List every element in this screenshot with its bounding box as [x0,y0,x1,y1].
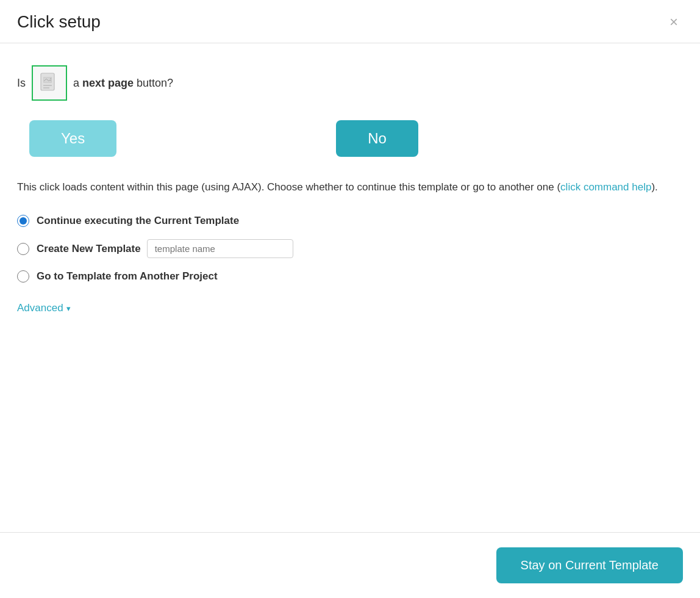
modal-title: Click setup [17,12,101,32]
option-new-template: Create New Template [17,239,683,258]
question-bold: next page [82,77,134,89]
option-continue-radio[interactable] [17,215,29,227]
click-command-help-link[interactable]: click command help [560,181,651,193]
template-name-input[interactable] [147,239,293,258]
info-text-after: ). [651,181,657,193]
advanced-row: Advanced ▾ [17,302,683,314]
info-text: This click loads content within this pag… [17,179,683,195]
yes-no-row: Yes No [17,120,683,157]
chevron-down-icon: ▾ [66,304,71,313]
info-text-before: This click loads content within this pag… [17,181,560,193]
question-text: a next page button? [73,77,173,90]
modal-dialog: Click setup × Is a next page butto [0,0,700,598]
option-new-template-radio[interactable] [17,243,29,255]
svg-point-5 [50,78,51,79]
option-continue: Continue executing the Current Template [17,215,683,227]
question-prefix: Is [17,77,26,90]
option-continue-label[interactable]: Continue executing the Current Template [37,215,239,227]
option-another-project-label[interactable]: Go to Template from Another Project [37,270,218,283]
close-button[interactable]: × [665,12,683,32]
yes-button[interactable]: Yes [29,120,116,157]
modal-header: Click setup × [0,0,700,43]
advanced-label: Advanced [17,302,63,314]
modal-body: Is a next page button? Yes No [0,43,700,532]
modal-footer: Stay on Current Template [0,532,700,598]
question-row: Is a next page button? [17,65,683,101]
stay-on-current-template-button[interactable]: Stay on Current Template [496,547,683,583]
no-button[interactable]: No [336,120,418,157]
option-new-template-label[interactable]: Create New Template [37,239,293,258]
document-icon [38,72,60,94]
thumbnail-box [32,65,67,101]
option-another-project: Go to Template from Another Project [17,270,683,283]
advanced-button[interactable]: Advanced ▾ [17,302,71,314]
option-another-project-radio[interactable] [17,270,29,283]
radio-group: Continue executing the Current Template … [17,215,683,283]
